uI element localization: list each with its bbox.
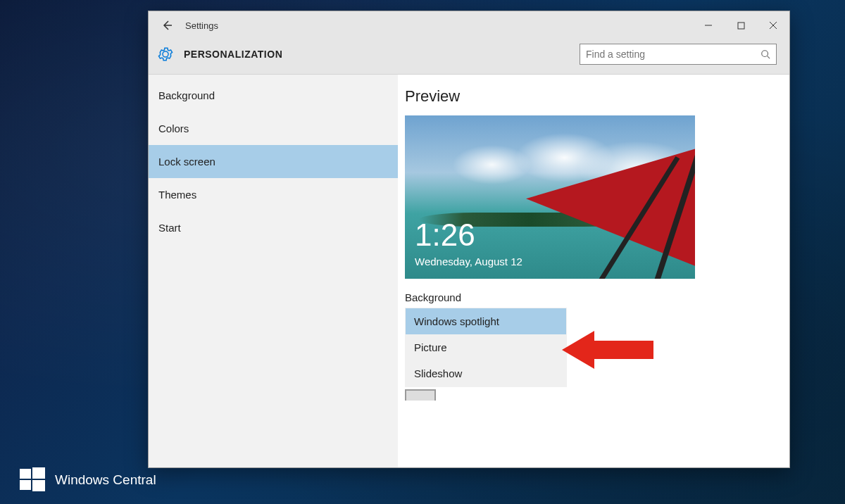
window-title: Settings bbox=[185, 20, 218, 31]
option-windows-spotlight[interactable]: Windows spotlight bbox=[406, 308, 566, 334]
sidebar-item-themes[interactable]: Themes bbox=[149, 178, 398, 211]
option-label: Picture bbox=[414, 341, 447, 353]
preview-heading: Preview bbox=[405, 87, 782, 106]
settings-window: Settings PERSONALIZATION B bbox=[148, 11, 790, 468]
preview-time: 1:26 bbox=[415, 220, 475, 251]
preview-plane-wing bbox=[526, 158, 695, 279]
svg-rect-3 bbox=[20, 469, 31, 479]
maximize-button[interactable] bbox=[725, 11, 757, 39]
sidebar-item-lock-screen[interactable]: Lock screen bbox=[149, 145, 398, 178]
close-button[interactable] bbox=[757, 11, 789, 39]
partial-button-cutoff bbox=[405, 389, 436, 401]
back-button[interactable] bbox=[156, 14, 178, 37]
sidebar-item-label: Themes bbox=[158, 189, 196, 201]
search-icon bbox=[760, 49, 770, 59]
option-slideshow[interactable]: Slideshow bbox=[406, 360, 566, 386]
sidebar-item-label: Start bbox=[158, 222, 181, 234]
sidebar-item-label: Lock screen bbox=[158, 156, 215, 168]
watermark: Windows Central bbox=[20, 467, 156, 493]
sidebar-item-colors[interactable]: Colors bbox=[149, 112, 398, 145]
svg-rect-6 bbox=[32, 480, 45, 491]
svg-rect-0 bbox=[738, 23, 744, 29]
svg-point-1 bbox=[762, 50, 768, 56]
sidebar-item-background[interactable]: Background bbox=[149, 79, 398, 112]
content-pane: Preview 1:26 Wednesday, August 12 Backgr… bbox=[398, 75, 789, 467]
body: Background Colors Lock screen Themes Sta… bbox=[149, 75, 789, 467]
maximize-icon bbox=[737, 22, 745, 30]
svg-rect-5 bbox=[20, 480, 31, 490]
titlebar: Settings bbox=[149, 11, 789, 39]
gear-icon bbox=[157, 46, 174, 63]
sidebar-item-label: Background bbox=[158, 89, 215, 101]
minimize-icon bbox=[704, 21, 713, 30]
sidebar-item-start[interactable]: Start bbox=[149, 211, 398, 244]
section-title: PERSONALIZATION bbox=[184, 49, 282, 60]
watermark-text: Windows Central bbox=[55, 472, 156, 488]
windows-logo-icon bbox=[20, 467, 45, 493]
header-row: PERSONALIZATION bbox=[149, 39, 789, 75]
search-box[interactable] bbox=[580, 44, 777, 65]
window-controls bbox=[692, 11, 789, 39]
minimize-button[interactable] bbox=[692, 11, 725, 39]
lock-screen-preview: 1:26 Wednesday, August 12 bbox=[405, 115, 695, 279]
sidebar: Background Colors Lock screen Themes Sta… bbox=[149, 75, 398, 467]
option-picture[interactable]: Picture bbox=[406, 334, 566, 360]
option-label: Windows spotlight bbox=[414, 315, 499, 327]
svg-rect-4 bbox=[32, 467, 45, 479]
background-dropdown[interactable]: Windows spotlight Picture Slideshow bbox=[405, 308, 567, 387]
preview-date: Wednesday, August 12 bbox=[415, 256, 522, 267]
background-label: Background bbox=[405, 291, 782, 303]
search-input[interactable] bbox=[586, 49, 760, 60]
sidebar-item-label: Colors bbox=[158, 122, 189, 134]
option-label: Slideshow bbox=[414, 367, 462, 379]
close-icon bbox=[769, 21, 777, 30]
arrow-left-icon bbox=[161, 19, 173, 32]
